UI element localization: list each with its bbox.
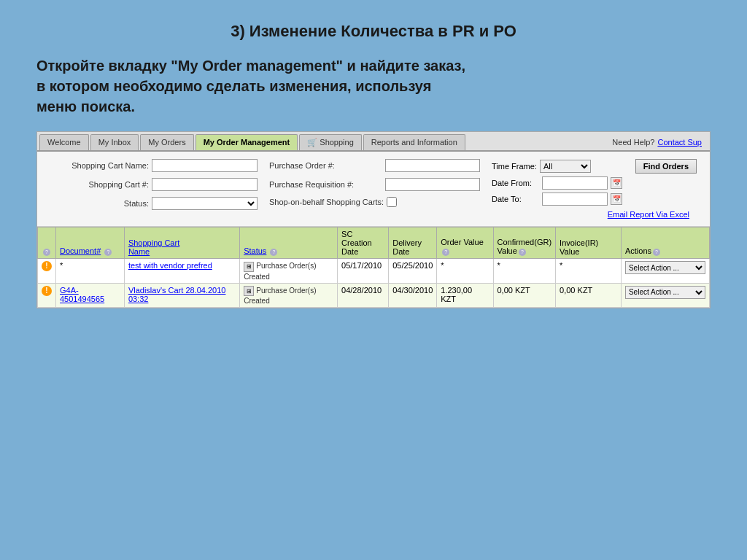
datefrom-calendar-icon[interactable]: 📅 [611,177,622,189]
row-action-select[interactable]: Select Action ... [625,286,705,299]
row-document-link[interactable]: G4A-4501494565 [60,286,104,303]
th-cart-name: Shopping CartName [124,228,239,259]
dateto-label: Date To: [492,195,539,203]
row-status-text: Purchase Order(s) Created [244,262,316,281]
pr-label: Purchase Requisition #: [269,180,382,189]
row-invoice-cell: 0,00 KZT [556,283,622,308]
row-icon-cell: ! [38,259,56,284]
row-confirmed-cell: 0,00 KZT [493,283,556,308]
row-sc-date: 05/17/2010 [341,261,382,270]
warning-icon: ! [42,261,52,271]
tab-reports[interactable]: Reports and Information [363,134,465,150]
cart-num-row: Shopping Cart #: [50,178,258,191]
timeframe-label: Time Frame: [492,162,537,171]
row-delivery-cell: 05/25/2010 [389,259,437,284]
po-input[interactable] [385,159,480,172]
sort-icon-1[interactable]: ? [43,249,50,256]
row-confirmed-cell: * [493,259,556,284]
row-action-cell: Select Action ... [621,259,709,284]
sap-panel: Welcome My Inbox My Orders My Order Mana… [36,131,711,308]
th-delivery: DeliveryDate [389,228,437,259]
row-invoice: * [560,261,562,270]
row-document-text: * [60,261,63,270]
th-status: Status ? [240,228,338,259]
pr-input[interactable] [385,178,480,191]
status-label: Status: [50,199,149,208]
row-sc-date-cell: 04/28/2010 [338,283,389,308]
orders-table: ? Document# ? Shopping CartName Status ?… [37,227,710,308]
tab-my-order-management[interactable]: My Order Management [196,134,298,150]
dateto-input[interactable] [542,192,608,206]
nav-tabs: Welcome My Inbox My Orders My Order Mana… [37,132,710,152]
row-sc-date-cell: 05/17/2010 [338,259,389,284]
th-actions: Actions? [621,228,709,259]
row-action-cell: Select Action ... [621,283,709,308]
th-sc-date: SC CreationDate [338,228,389,259]
email-report-link[interactable]: Email Report Via Excel [492,210,697,219]
th-order-value: Order Value? [437,228,493,259]
row-cart-name-link[interactable]: Vladislav's Cart 28.04.2010 03:32 [128,286,226,303]
th-document: Document# ? [56,228,125,259]
status-row: Status: [50,197,258,210]
table-row: ! G4A-4501494565 Vladislav's Cart 28.04.… [38,283,710,308]
row-confirmed: 0,00 KZT [498,286,530,295]
find-orders-button[interactable]: Find Orders [635,159,697,174]
tab-inbox[interactable]: My Inbox [90,134,139,150]
row-cart-name-cell: test with vendor prefred [124,259,239,284]
row-cart-name-cell: Vladislav's Cart 28.04.2010 03:32 [124,283,239,308]
search-form: Shopping Cart Name: Shopping Cart #: Sta… [37,152,710,227]
th-icon: ? [38,228,56,259]
status-change-icon[interactable]: ⊞ [244,286,254,296]
cart-name-row: Shopping Cart Name: [50,159,258,172]
datefrom-label: Date From: [492,179,539,187]
row-order-value: * [441,261,444,270]
row-invoice: 0,00 KZT [560,286,592,295]
th-confirmed: Confirmed(GR)Value? [493,228,556,259]
table-row: ! * test with vendor prefred ⊞ Purchase … [38,259,710,284]
row-document-cell: * [56,259,125,284]
status-change-icon[interactable]: ⊞ [244,262,254,272]
slide-body-text: Откройте вкладку "My Order management" и… [36,55,711,117]
sort-icon-6[interactable]: ? [653,249,660,256]
th-status-link[interactable]: Status [244,246,266,255]
tab-welcome[interactable]: Welcome [39,134,89,150]
cart-num-label: Shopping Cart #: [50,180,149,189]
row-delivery: 04/30/2010 [392,286,433,295]
row-document-cell: G4A-4501494565 [56,283,125,308]
th-cart-name-link[interactable]: Shopping CartName [128,238,179,256]
sort-icon-5[interactable]: ? [519,249,526,256]
th-document-link[interactable]: Document# [60,246,101,255]
timeframe-select[interactable]: All [540,160,591,173]
row-invoice-cell: * [556,259,622,284]
row-action-select[interactable]: Select Action ... [625,261,705,274]
po-label: Purchase Order #: [269,161,382,170]
cart-name-input[interactable] [152,159,258,172]
table-container: ? Document# ? Shopping CartName Status ?… [37,227,710,308]
row-cart-name-link[interactable]: test with vendor prefred [128,261,212,270]
row-icon-cell: ! [38,283,56,308]
row-order-value: 1.230,00 KZT [441,286,472,303]
cart-num-input[interactable] [152,178,258,191]
row-delivery-cell: 04/30/2010 [389,283,437,308]
sob-checkbox[interactable] [387,197,397,207]
status-select[interactable] [152,197,258,210]
row-delivery: 05/25/2010 [392,261,433,270]
po-row: Purchase Order #: [269,159,480,172]
row-confirmed: * [498,261,500,270]
slide-title: 3) Изменение Количества в PR и РО [36,22,711,41]
warning-icon: ! [42,286,52,296]
tab-my-orders[interactable]: My Orders [140,134,193,150]
datefrom-input[interactable] [542,176,608,190]
tab-shopping[interactable]: 🛒 Shopping [299,134,362,150]
sort-icon-3[interactable]: ? [270,249,277,256]
contact-link[interactable]: Contact Sup [657,138,702,147]
dateto-calendar-icon[interactable]: 📅 [611,193,622,205]
nav-help: Need Help? Contact Sup [606,134,708,150]
sort-icon-2[interactable]: ? [104,249,112,256]
sort-icon-4[interactable]: ? [442,249,449,256]
cart-name-label: Shopping Cart Name: [50,161,149,170]
help-text: Need Help? [612,138,654,147]
row-status-text: Purchase Order(s) Created [244,287,316,306]
sob-row: Shop-on-behalf Shopping Carts: [269,197,480,207]
pr-row: Purchase Requisition #: [269,178,480,191]
